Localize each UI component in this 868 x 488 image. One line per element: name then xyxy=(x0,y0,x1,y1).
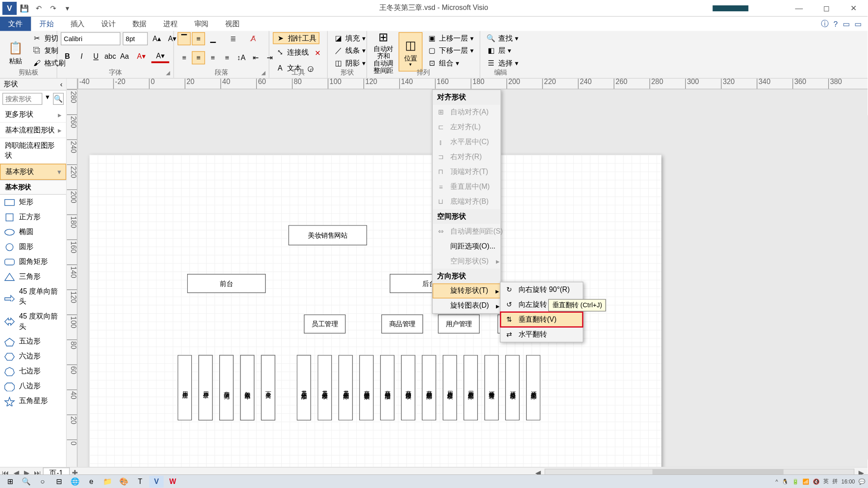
qat-undo[interactable]: ↶ xyxy=(32,1,45,14)
shape-5[interactable]: 三角形 xyxy=(0,269,66,284)
menu-space-options[interactable]: 间距选项(O)... xyxy=(433,239,500,254)
search-button[interactable]: 🔍 xyxy=(19,476,33,488)
visio-taskbar-icon[interactable]: V xyxy=(149,476,164,488)
node-front-leaf-0[interactable]: 用户注册 xyxy=(178,355,192,421)
node-back-leaf-0[interactable]: 员工信息添加 xyxy=(297,355,311,421)
shape-8[interactable]: 五边形 xyxy=(0,334,66,349)
chrome-taskbar-icon[interactable]: 🌐 xyxy=(68,476,82,488)
node-back-leaf-9[interactable]: 订单发货管理 xyxy=(485,355,499,421)
shape-1[interactable]: 正方形 xyxy=(0,210,66,225)
tab-review[interactable]: 审阅 xyxy=(186,17,217,31)
shape-10[interactable]: 七边形 xyxy=(0,364,66,379)
fill-button[interactable]: ◪填充▾ xyxy=(331,32,368,44)
text-direction-button[interactable]: ↕A xyxy=(235,51,248,64)
menu-rotate-diagram[interactable]: 旋转图表(D)▸ xyxy=(433,298,500,313)
shape-12[interactable]: 五角星形 xyxy=(0,394,66,408)
qat-save[interactable]: 💾 xyxy=(18,1,31,14)
font-launcher[interactable]: ◢ xyxy=(164,69,172,77)
shape-3[interactable]: 圆形 xyxy=(0,239,66,254)
text-case-button[interactable]: Aa xyxy=(118,50,131,63)
wps-taskbar-icon[interactable]: W xyxy=(165,476,180,488)
menu-align-right[interactable]: ⊐右对齐(R) xyxy=(433,150,500,164)
shape-2[interactable]: 椭圆 xyxy=(0,225,66,239)
ribbon-help-icon[interactable]: ⓘ xyxy=(821,19,829,29)
menu-space-shapes[interactable]: 空间形状(S)▸ xyxy=(433,253,500,268)
bring-forward-button[interactable]: ▣上移一层▾ xyxy=(425,32,476,44)
node-back-leaf-2[interactable]: 员工信息删除 xyxy=(339,355,353,421)
shapes-pane-collapse[interactable]: ‹ xyxy=(60,80,62,88)
tray-app-icon[interactable]: 🐧 xyxy=(782,479,788,485)
more-shapes-item[interactable]: 更多形状▸ xyxy=(0,107,66,122)
align-right-button[interactable]: ≡ xyxy=(206,51,219,64)
layers-button[interactable]: ◧层▾ xyxy=(484,45,521,56)
find-button[interactable]: 🔍查找▾ xyxy=(484,32,521,44)
qat-customize[interactable]: ▾ xyxy=(61,1,74,14)
tray-wifi-icon[interactable]: 📶 xyxy=(802,479,809,485)
align-bottom-button[interactable]: ▁ xyxy=(206,32,219,45)
visio-app-icon[interactable]: V xyxy=(2,1,17,14)
connector-tool-button[interactable]: ⤡连接线 xyxy=(273,47,311,58)
font-name-input[interactable] xyxy=(61,32,120,45)
close-button[interactable]: ✕ xyxy=(840,0,868,16)
send-backward-button[interactable]: ▢下移一层▾ xyxy=(425,45,476,56)
pointer-tool-button[interactable]: ➤指针工具 xyxy=(273,32,320,44)
tab-design[interactable]: 设计 xyxy=(93,17,124,31)
node-root[interactable]: 美妆销售网站 xyxy=(288,225,367,245)
paste-button[interactable]: 📋 粘贴 xyxy=(4,32,28,71)
node-back-leaf-11[interactable]: 订单信息删除 xyxy=(526,355,541,421)
node-back-leaf-10[interactable]: 订单信息修改 xyxy=(505,355,520,421)
node-back-leaf-3[interactable]: 商品信息搜索 xyxy=(359,355,374,421)
grow-font-button[interactable]: A▴ xyxy=(150,32,163,45)
line-button[interactable]: ／线条▾ xyxy=(331,45,368,56)
qat-redo[interactable]: ↷ xyxy=(47,1,60,14)
tray-ime-lang[interactable]: 英 xyxy=(823,478,829,485)
maximize-button[interactable]: ◻ xyxy=(813,0,840,16)
shape-search-go[interactable]: 🔍 xyxy=(53,93,64,105)
shape-7[interactable]: 45 度双向箭头 xyxy=(0,309,66,334)
menu-auto-space[interactable]: ⇔自动调整间距(S) xyxy=(433,224,500,239)
align-center-button[interactable]: ≡ xyxy=(192,51,205,64)
tray-battery-icon[interactable]: 🔋 xyxy=(792,479,799,485)
decrease-indent-button[interactable]: ⇤ xyxy=(249,51,262,64)
italic-button[interactable]: I xyxy=(75,50,88,63)
position-button[interactable]: ◫ 位置 ▾ xyxy=(399,32,423,71)
help-icon[interactable]: ? xyxy=(834,19,838,28)
select-button[interactable]: ☰选择▾ xyxy=(484,57,521,69)
highlight-button[interactable]: A▾ xyxy=(132,50,151,63)
start-button[interactable]: ⊞ xyxy=(3,476,17,488)
tab-insert[interactable]: 插入 xyxy=(62,17,93,31)
tab-data[interactable]: 数据 xyxy=(124,17,155,31)
justify-button[interactable]: ≡ xyxy=(221,51,234,64)
shape-search-input[interactable] xyxy=(2,93,42,105)
menu-middle-v[interactable]: ≡垂直居中(M) xyxy=(433,179,500,194)
task-view-button[interactable]: ⊟ xyxy=(52,476,66,488)
edge-taskbar-icon[interactable]: e xyxy=(84,476,99,488)
shape-9[interactable]: 六边形 xyxy=(0,349,66,364)
node-back-leaf-8[interactable]: 用户信息删除 xyxy=(463,355,478,421)
submenu-flip-vertical[interactable]: ⇅垂直翻转(V) xyxy=(500,312,583,327)
menu-auto-align[interactable]: ⊞自动对齐(A) xyxy=(433,105,500,120)
align-top-button[interactable]: ▔ xyxy=(178,32,191,45)
bullets-button[interactable]: ≣ xyxy=(226,32,240,45)
align-middle-button[interactable]: ≡ xyxy=(192,32,205,45)
shadow-button[interactable]: ◫阴影▾ xyxy=(331,57,368,69)
clear-format-button[interactable]: A̸ xyxy=(247,32,260,45)
menu-align-left[interactable]: ⊏左对齐(L) xyxy=(433,120,500,135)
menu-align-bottom[interactable]: ⊔底端对齐(B) xyxy=(433,194,500,209)
app2-taskbar-icon[interactable]: T xyxy=(133,476,147,488)
tray-expand-icon[interactable]: ^ xyxy=(775,479,778,485)
explorer-taskbar-icon[interactable]: 📁 xyxy=(100,476,115,488)
shape-search-dropdown[interactable]: ▾ xyxy=(43,93,52,105)
shape-4[interactable]: 圆角矩形 xyxy=(0,254,66,269)
minimize-button[interactable]: — xyxy=(785,0,813,16)
shape-0[interactable]: 矩形 xyxy=(0,195,66,210)
tray-notifications-icon[interactable]: 💬 xyxy=(859,479,865,485)
paragraph-launcher[interactable]: ◢ xyxy=(259,69,267,77)
stencil-basic-shapes[interactable]: 基本形状▾ xyxy=(0,164,66,180)
node-back-leaf-4[interactable]: 商品信息增加 xyxy=(380,355,395,421)
menu-align-top[interactable]: ⊓顶端对齐(T) xyxy=(433,164,500,179)
delete-connector-button[interactable]: ✕ xyxy=(311,47,324,60)
menu-center-h[interactable]: ⫿水平居中(C) xyxy=(433,135,500,150)
node-back-l2-1[interactable]: 商品管理 xyxy=(382,314,423,333)
shape-11[interactable]: 八边形 xyxy=(0,379,66,394)
